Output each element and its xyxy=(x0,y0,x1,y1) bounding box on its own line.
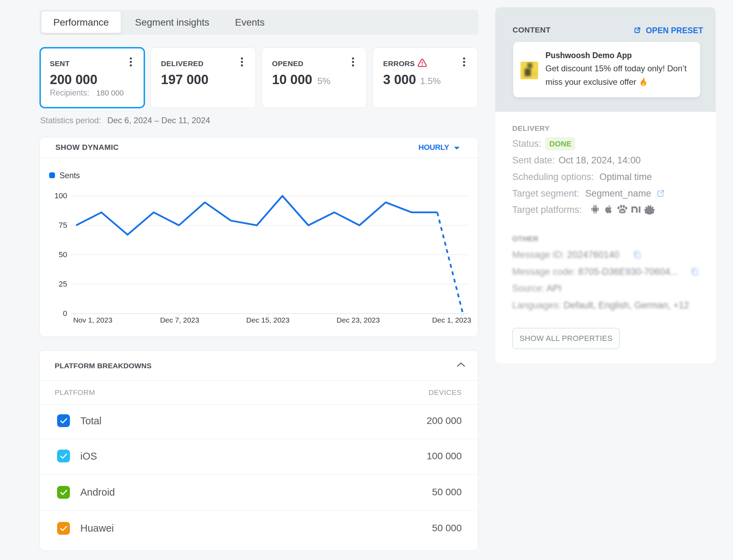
svg-text:100: 100 xyxy=(54,191,67,200)
svg-text:Dec 1, 2023: Dec 1, 2023 xyxy=(432,316,471,324)
svg-text:50: 50 xyxy=(59,250,67,259)
svg-text:du: du xyxy=(621,209,624,213)
svg-text:75: 75 xyxy=(59,221,67,229)
svg-text:0: 0 xyxy=(63,309,67,318)
svg-text:Dec 23, 2023: Dec 23, 2023 xyxy=(337,316,380,324)
svg-text:Dec 7, 2023: Dec 7, 2023 xyxy=(160,316,199,324)
svg-text:25: 25 xyxy=(59,280,67,288)
svg-text:Nov 1, 2023: Nov 1, 2023 xyxy=(73,316,112,324)
svg-text:Dec 15, 2023: Dec 15, 2023 xyxy=(246,316,290,324)
